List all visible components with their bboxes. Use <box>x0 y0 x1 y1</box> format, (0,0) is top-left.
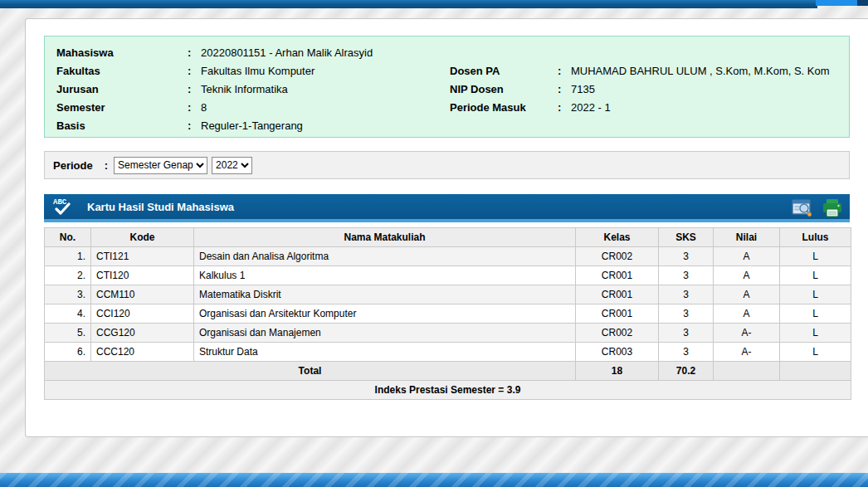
cell-kode: CTI121 <box>91 247 194 266</box>
cell-kode: CCC120 <box>91 343 194 362</box>
total-row: Total 18 70.2 <box>45 362 851 381</box>
colon: : <box>558 62 571 80</box>
cell-kelas: CR001 <box>576 285 659 304</box>
cell-lulus: L <box>780 324 851 343</box>
info-row-dosen-pa: Dosen PA : MUHAMAD BAHRUL ULUM , S.Kom, … <box>450 62 830 80</box>
info-label: Jurusan <box>56 80 188 99</box>
cell-nama: Desain dan Analisa Algoritma <box>194 247 576 266</box>
table-row: 1. CTI121 Desain dan Analisa Algoritma C… <box>45 247 851 266</box>
cell-nilai: A <box>714 304 780 324</box>
periode-label: Periode <box>53 159 93 172</box>
info-value: 7135 <box>571 80 595 99</box>
table-row: 6. CCC120 Struktur Data CR003 3 A- L <box>45 343 851 362</box>
header-action-icons <box>792 198 843 217</box>
cell-lulus: L <box>780 266 851 285</box>
colon: : <box>188 44 201 62</box>
cell-nilai: A <box>714 285 780 304</box>
student-info-right: Dosen PA : MUHAMAD BAHRUL ULUM , S.Kom, … <box>450 62 830 117</box>
column-header-sks: SKS <box>659 228 714 247</box>
semester-select[interactable]: Semester Genap <box>114 157 207 174</box>
khs-section-header: ABC Kartu Hasil Studi Mahasiswa <box>44 194 850 222</box>
total-empty-cell <box>714 362 780 381</box>
top-navigation-bar <box>0 0 817 8</box>
printer-icon[interactable] <box>822 198 843 217</box>
cell-sks: 3 <box>659 266 714 285</box>
colon: : <box>188 117 201 135</box>
cell-kelas: CR003 <box>576 343 659 362</box>
table-row: 3. CCM110 Matematika Diskrit CR001 3 A L <box>45 285 851 304</box>
info-value: 20220801151 - Arhan Malik Alrasyid <box>201 44 373 62</box>
preview-window-magnifier-icon[interactable] <box>792 198 813 217</box>
cell-kelas: CR001 <box>576 266 659 285</box>
cell-kelas: CR001 <box>576 304 659 324</box>
info-row-basis: Basis : Reguler-1-Tangerang <box>56 117 837 135</box>
total-empty-cell <box>780 362 851 381</box>
topbar-right-corner <box>857 0 868 6</box>
info-label: Semester <box>56 99 188 117</box>
cell-kode: CCG120 <box>91 324 194 343</box>
cell-sks: 3 <box>659 324 714 343</box>
cell-kode: CCM110 <box>91 285 194 304</box>
info-value: Reguler-1-Tangerang <box>201 117 303 135</box>
info-label: Periode Masuk <box>450 99 558 117</box>
cell-kode: CTI120 <box>91 266 194 285</box>
cell-nilai: A <box>714 266 780 285</box>
total-bobot-value: 70.2 <box>659 362 714 381</box>
ips-text: Indeks Prestasi Semester = 3.9 <box>45 381 851 400</box>
year-select[interactable]: 2022 <box>212 157 252 174</box>
colon: : <box>188 62 201 80</box>
cell-kelas: CR002 <box>576 324 659 343</box>
cell-lulus: L <box>780 343 851 362</box>
info-label: Dosen PA <box>450 62 558 80</box>
cell-kelas: CR002 <box>576 247 659 266</box>
column-header-lulus: Lulus <box>780 228 851 247</box>
info-value: MUHAMAD BAHRUL ULUM , S.Kom, M.Kom, S. K… <box>571 62 830 80</box>
periode-filter-bar: Periode : Semester Genap 2022 <box>44 151 850 179</box>
section-title: Kartu Hasil Studi Mahasiswa <box>87 201 234 213</box>
table-row: 5. CCG120 Organisasi dan Manajemen CR002… <box>45 324 851 343</box>
cell-no: 3. <box>45 285 91 304</box>
student-info-panel: Mahasiswa : 20220801151 - Arhan Malik Al… <box>44 36 850 138</box>
cell-nama: Matematika Diskrit <box>194 285 576 304</box>
cell-nama: Kalkulus 1 <box>194 266 576 285</box>
total-label: Total <box>45 362 576 381</box>
info-row-nip-dosen: NIP Dosen : 7135 <box>450 80 830 99</box>
info-value: Fakultas Ilmu Komputer <box>201 62 315 80</box>
cell-sks: 3 <box>659 247 714 266</box>
colon: : <box>558 99 571 117</box>
cell-nama: Struktur Data <box>194 343 576 362</box>
cell-nilai: A- <box>714 343 780 362</box>
info-label: Basis <box>56 117 188 135</box>
column-header-kode: Kode <box>91 228 194 247</box>
ips-row: Indeks Prestasi Semester = 3.9 <box>45 381 851 400</box>
info-row-periode-masuk: Periode Masuk : 2022 - 1 <box>450 99 830 117</box>
info-row-mahasiswa: Mahasiswa : 20220801151 - Arhan Malik Al… <box>56 44 837 62</box>
column-header-no: No. <box>45 228 91 247</box>
column-header-nama: Nama Matakuliah <box>194 228 576 247</box>
colon: : <box>558 80 571 99</box>
table-row: 4. CCI120 Organisasi dan Arsitektur Komp… <box>45 304 851 324</box>
cell-lulus: L <box>780 304 851 324</box>
colon: : <box>188 99 201 117</box>
table-row: 2. CTI120 Kalkulus 1 CR001 3 A L <box>45 266 851 285</box>
info-label: Fakultas <box>56 62 188 80</box>
main-content-card: Mahasiswa : 20220801151 - Arhan Malik Al… <box>25 18 868 437</box>
info-value: 8 <box>201 99 207 117</box>
total-sks-value: 18 <box>576 362 659 381</box>
cell-sks: 3 <box>659 285 714 304</box>
info-value: 2022 - 1 <box>571 99 611 117</box>
cell-no: 5. <box>45 324 91 343</box>
cell-kode: CCI120 <box>91 304 194 324</box>
cell-nilai: A- <box>714 324 780 343</box>
cell-no: 4. <box>45 304 91 324</box>
info-label: Mahasiswa <box>56 44 188 62</box>
table-header-row: No. Kode Nama Matakuliah Kelas SKS Nilai… <box>45 228 851 247</box>
column-header-nilai: Nilai <box>714 228 780 247</box>
topbar-right-segment <box>816 0 857 6</box>
info-value: Teknik Informatika <box>201 80 288 99</box>
svg-text:ABC: ABC <box>53 198 67 207</box>
cell-nilai: A <box>714 247 780 266</box>
cell-lulus: L <box>780 247 851 266</box>
abc-spellcheck-icon: ABC <box>52 197 76 217</box>
cell-nama: Organisasi dan Arsitektur Komputer <box>194 304 576 324</box>
